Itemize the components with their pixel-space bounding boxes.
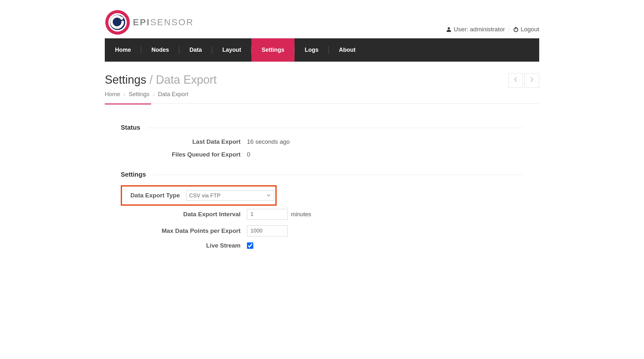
logout-label: Logout bbox=[521, 26, 539, 33]
last-export-label: Last Data Export bbox=[121, 138, 247, 145]
export-interval-input[interactable] bbox=[247, 209, 288, 220]
header-divider bbox=[509, 26, 509, 33]
section-status-title: Status bbox=[121, 124, 523, 131]
breadcrumb: Home › Settings › Data Export bbox=[105, 91, 217, 98]
brand-text: EPISENSOR bbox=[133, 17, 194, 27]
chevron-left-icon bbox=[514, 76, 518, 85]
user-icon bbox=[446, 27, 452, 32]
brand-logo[interactable]: EPISENSOR bbox=[105, 10, 194, 35]
episensor-logo-icon bbox=[105, 10, 130, 35]
user-info[interactable]: User: administrator bbox=[446, 26, 505, 33]
page-next-button[interactable] bbox=[525, 73, 539, 88]
export-interval-unit: minutes bbox=[291, 211, 311, 218]
breadcrumb-home[interactable]: Home bbox=[105, 91, 120, 97]
nav-logs[interactable]: Logs bbox=[295, 38, 329, 62]
nav-about[interactable]: About bbox=[329, 38, 366, 62]
export-type-select[interactable]: CSV via FTP bbox=[186, 190, 274, 201]
nav-nodes[interactable]: Nodes bbox=[141, 38, 179, 62]
highlight-annotation: Data Export Type CSV via FTP bbox=[121, 185, 277, 206]
live-stream-label: Live Stream bbox=[121, 242, 247, 249]
nav-home[interactable]: Home bbox=[105, 38, 141, 62]
user-label: User: administrator bbox=[454, 26, 505, 33]
files-queued-label: Files Queued for Export bbox=[121, 151, 247, 158]
max-points-input[interactable] bbox=[247, 225, 288, 236]
svg-point-3 bbox=[120, 17, 123, 20]
power-icon bbox=[513, 27, 519, 32]
nav-layout[interactable]: Layout bbox=[212, 38, 251, 62]
accent-bar bbox=[105, 103, 151, 104]
breadcrumb-data-export: Data Export bbox=[158, 91, 188, 97]
max-points-label: Max Data Points per Export bbox=[121, 227, 247, 234]
files-queued-value: 0 bbox=[247, 151, 250, 158]
nav-data[interactable]: Data bbox=[179, 38, 212, 62]
logout-link[interactable]: Logout bbox=[513, 26, 539, 33]
page-title: Settings / Data Export bbox=[105, 73, 217, 87]
breadcrumb-settings[interactable]: Settings bbox=[129, 91, 150, 97]
page-prev-button[interactable] bbox=[508, 73, 523, 88]
nav-settings[interactable]: Settings bbox=[251, 38, 295, 62]
chevron-right-icon bbox=[530, 76, 534, 85]
section-settings-title: Settings bbox=[121, 171, 523, 178]
last-export-value: 16 seconds ago bbox=[247, 138, 290, 145]
export-interval-label: Data Export Interval bbox=[121, 211, 247, 218]
live-stream-checkbox[interactable] bbox=[247, 242, 253, 249]
main-nav: Home Nodes Data Layout Settings Logs Abo… bbox=[105, 38, 539, 62]
export-type-label: Data Export Type bbox=[123, 192, 186, 199]
